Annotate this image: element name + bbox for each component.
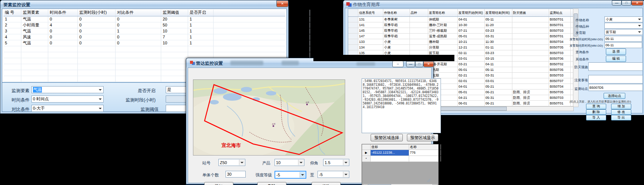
table-cell [21, 52, 48, 58]
chevron-down-icon[interactable] [98, 96, 103, 102]
station-field[interactable]: B5007D5 [588, 84, 643, 91]
table-cell: 10 [161, 40, 188, 46]
window2-swap-button[interactable]: ⇔ [392, 61, 404, 67]
table-cell: 小麦 [383, 39, 410, 44]
modify-button[interactable]: 修改 [312, 182, 341, 185]
time-condition-combobox[interactable]: 0 时间点 [31, 95, 104, 103]
to-intensity-combobox[interactable]: -5 [318, 171, 349, 178]
table-row[interactable]: ▶-45122.12238...776 [362, 150, 438, 156]
chevron-down-icon[interactable] [343, 172, 349, 177]
table-row[interactable] [3, 46, 285, 52]
table-cell: 1 [188, 40, 214, 46]
table-cell: 休眠期 [428, 17, 458, 22]
window2-maximize-button[interactable]: □ [415, 61, 423, 67]
modify-button[interactable]: 修 改 [611, 109, 631, 115]
window-radar-monitor-settings: 雷达监控设置 ⇔ — □ ✕ [186, 58, 433, 185]
window3-maximize-button[interactable]: □ [622, 0, 631, 6]
crop-name-combobox[interactable]: 小麦 [604, 16, 643, 22]
grid-header-row[interactable]: 坐标名称 [362, 144, 438, 150]
chevron-down-icon[interactable] [98, 87, 103, 92]
add-button[interactable]: 增 加 [611, 104, 631, 109]
chevron-down-icon[interactable] [98, 106, 103, 111]
table-row[interactable]: 141双季早稻播种-三叶期10-3011-20B050T01 [348, 22, 573, 28]
element-combobox[interactable]: 气温 [31, 86, 104, 93]
table-row[interactable]: 134小麦分蘖期12-2101-11B050T05 [348, 45, 573, 50]
add-button[interactable]: 添加 [204, 182, 233, 185]
table-row[interactable]: * [362, 156, 438, 162]
table-header-row[interactable]: 信息系统号作物名称品种发育期名称发育期开始(时间)发育期结束(时间)防灾措施监测… [348, 9, 573, 17]
warning-area-select-button[interactable]: 预警区域选择 [371, 134, 403, 141]
elevation-combobox[interactable]: 1.5 [323, 159, 349, 166]
growth-stage-combobox[interactable]: 拔节期 [604, 29, 643, 35]
query-button[interactable]: 查 询 [586, 104, 606, 109]
table-cell: 信息系统号 [358, 9, 383, 16]
chevron-down-icon[interactable] [637, 23, 642, 28]
product-combobox[interactable]: 10 [275, 159, 304, 166]
window3-titlebar[interactable]: 作物生育期库 — □ ✕ [343, 0, 644, 8]
chevron-down-icon[interactable] [637, 17, 642, 22]
delete-button[interactable]: 删除 [257, 182, 286, 185]
table-cell: 06-21 [485, 90, 512, 95]
measures-textarea[interactable] [588, 62, 643, 71]
delete-button[interactable]: 删 除 [586, 109, 606, 115]
window2-close-button[interactable]: ✕ [423, 61, 434, 67]
compare-condition-combobox[interactable]: 0-大于 [31, 105, 104, 112]
table-cell: 1 [188, 34, 214, 40]
crop-variety-combobox[interactable] [604, 23, 643, 29]
table-cell: 时间条件 [48, 10, 78, 16]
table-row[interactable]: 147双季早稻返青-成熟期05-0103-31B050T01 [348, 34, 573, 39]
station-number-combobox[interactable]: Z50 [218, 159, 245, 166]
table-row[interactable] [3, 52, 285, 58]
intensity-value: -5 [276, 173, 280, 177]
chevron-down-icon[interactable] [637, 30, 642, 34]
cell-count-label: 单体个数 [202, 172, 219, 178]
window2-minimize-button[interactable]: — [406, 61, 415, 67]
polygon-coordinates-textarea[interactable]: -5490.0172034571, 905914.1111754110, 634… [362, 78, 441, 133]
table-row[interactable]: 2小时雨量400501 [3, 22, 285, 28]
select-station-button[interactable]: 选择站点 [604, 93, 625, 99]
chevron-down-icon[interactable] [239, 160, 245, 165]
table-cell: 04-01 [458, 84, 485, 89]
warning-area-show-button[interactable]: 预警区域显示 [407, 134, 438, 141]
window1-titlebar[interactable]: 要素监控设置 ✕ [0, 0, 288, 9]
table-cell [3, 52, 21, 58]
table-cell: 03-01 [485, 78, 512, 84]
table-cell: B050T01 [549, 101, 571, 106]
table-header-row[interactable]: 编 号监测要素时间条件监测时段(小时)对比条件监测阈值是否开启 [3, 10, 285, 16]
window1-close-button[interactable]: ✕ [276, 0, 288, 7]
chevron-down-icon[interactable] [298, 160, 304, 165]
table-cell: B050T04 [549, 39, 571, 44]
stage-start-field[interactable]: 05-11 [604, 36, 642, 42]
table-cell [410, 17, 428, 22]
table-row[interactable]: 3气温001101 [3, 28, 285, 34]
export-button[interactable]: 导 出 [611, 115, 631, 120]
table-row[interactable]: 5气温000101 [3, 40, 285, 46]
station-hint: (站点上关联，进入站点关联界面以保存监测站点!) [570, 100, 631, 104]
table-cell: 编 号 [3, 10, 21, 16]
window3-close-button[interactable]: ✕ [631, 0, 643, 6]
table-cell [348, 45, 358, 50]
radar-map[interactable]: 水库 水库 宜北海市 [193, 79, 345, 156]
import-button[interactable]: 导 入 [586, 115, 606, 120]
intensity-combobox[interactable]: -5 [275, 171, 306, 179]
table-row[interactable]: 133小麦播种期10-2111-30B050T04 [348, 39, 573, 45]
chevron-down-icon[interactable] [343, 160, 349, 165]
cell-count-field[interactable]: 30 [226, 171, 246, 178]
table-row[interactable]: 1气温000201 [3, 16, 285, 22]
query-select-button[interactable]: 选 择 [606, 48, 626, 55]
notes-textarea[interactable] [588, 75, 643, 84]
table-cell [116, 52, 161, 58]
other-edit-button[interactable]: 编 辑 [606, 56, 626, 62]
window3-minimize-button[interactable]: — [612, 0, 622, 6]
table-row[interactable]: 131冬季果树休眠期04-0105-11B050T01 [348, 17, 573, 22]
table-cell: 0 [48, 34, 78, 40]
stage-end-field[interactable]: 06-11 [604, 42, 642, 48]
chevron-down-icon[interactable] [300, 172, 305, 178]
table-cell: 气温 [21, 16, 48, 22]
table-cell: 0 [78, 16, 116, 22]
table-cell [348, 9, 358, 16]
table-row[interactable]: 4风速00071 [3, 34, 285, 40]
resize-grip[interactable] [427, 178, 430, 182]
table-row[interactable]: 145双季早稻三叶-移栽期07-2103-23B050T03 [348, 28, 573, 34]
table-cell: 防灾措施 [512, 9, 549, 16]
